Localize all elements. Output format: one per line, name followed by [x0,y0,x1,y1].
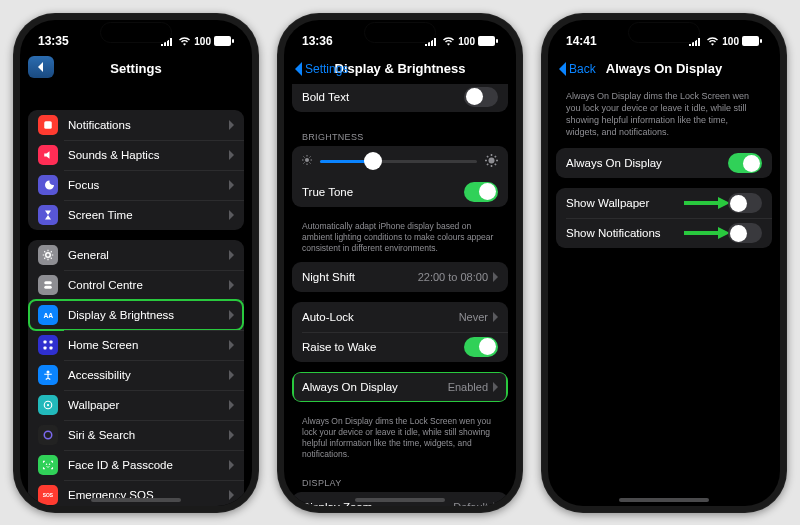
home-indicator[interactable] [91,498,181,502]
chevron-right-icon [228,250,234,260]
row-siri[interactable]: Siri & Search [28,420,244,450]
page-title: Display & Brightness [335,61,466,76]
svg-point-24 [305,158,309,162]
row-show-notifications[interactable]: Show Notifications [556,218,772,248]
wallpaper-icon [38,395,58,415]
section-brightness: Brightness [292,122,508,146]
status-time: 14:41 [566,34,597,48]
settings-group-2: General Control Centre AA Display & Brig… [28,240,244,506]
page-title: Settings [110,61,161,76]
chevron-right-icon [492,312,498,322]
phone-settings: 13:35 100 Settings Notifications [13,13,259,513]
svg-rect-4 [44,281,52,284]
row-true-tone[interactable]: True Tone [292,177,508,207]
back-button[interactable]: Back [558,62,596,76]
toggle-raise-to-wake[interactable] [464,337,498,357]
svg-rect-26 [742,36,759,46]
row-always-on-display[interactable]: Always On Display Enabled [292,372,508,402]
siri-icon [38,425,58,445]
chevron-right-icon [228,460,234,470]
toggle-show-wallpaper[interactable] [728,193,762,213]
toggle-aod[interactable] [728,153,762,173]
sun-small-icon [302,155,312,167]
notifications-icon [38,115,58,135]
nav-bar: Back Always On Display [548,54,780,84]
arrow-annotation-icon [684,198,730,208]
row-wallpaper[interactable]: Wallpaper [28,390,244,420]
chevron-right-icon [228,180,234,190]
svg-rect-7 [44,340,47,343]
chevron-right-icon [228,340,234,350]
textsize-icon: AA [38,305,58,325]
toggle-true-tone[interactable] [464,182,498,202]
section-display: Display [292,468,508,492]
chevron-right-icon [228,150,234,160]
dynamic-island [100,22,172,43]
row-bold-text[interactable]: Bold Text [292,84,508,112]
svg-rect-5 [44,285,52,288]
row-general[interactable]: General [28,240,244,270]
svg-rect-9 [44,346,47,349]
status-time: 13:35 [38,34,69,48]
toggle-bold-text[interactable] [464,87,498,107]
brightness-slider[interactable] [292,146,508,177]
sun-large-icon [485,154,498,169]
dynamic-island [628,22,700,43]
row-display-brightness[interactable]: AA Display & Brightness [28,300,244,330]
svg-rect-8 [50,340,53,343]
aod-description: Always On Display dims the Lock Screen w… [556,84,772,149]
slider-knob[interactable] [364,152,382,170]
chevron-right-icon [228,210,234,220]
chevron-right-icon [492,502,498,506]
row-controlcentre[interactable]: Control Centre [28,270,244,300]
row-sounds[interactable]: Sounds & Haptics [28,140,244,170]
arrow-annotation-icon [684,228,730,238]
row-auto-lock[interactable]: Auto-Lock Never [292,302,508,332]
group-nightshift: Night Shift 22:00 to 08:00 [292,262,508,292]
grid-icon [38,335,58,355]
aod-note: Always On Display dims the Lock Screen w… [292,412,508,468]
hourglass-icon [38,205,58,225]
svg-point-15 [46,463,48,465]
row-aod-toggle[interactable]: Always On Display [556,148,772,178]
svg-point-3 [46,252,51,257]
toggle-show-notifications[interactable] [728,223,762,243]
row-focus[interactable]: Focus [28,170,244,200]
svg-text:SOS: SOS [43,493,54,498]
svg-rect-27 [760,39,762,43]
row-homescreen[interactable]: Home Screen [28,330,244,360]
row-sos[interactable]: SOS Emergency SOS [28,480,244,506]
row-raise-to-wake[interactable]: Raise to Wake [292,332,508,362]
chevron-right-icon [492,382,498,392]
svg-rect-23 [496,39,498,43]
home-indicator[interactable] [619,498,709,502]
back-button[interactable]: Settings [294,62,348,76]
sliders-icon [38,275,58,295]
status-right: 100 [689,36,762,47]
row-faceid[interactable]: Face ID & Passcode [28,450,244,480]
row-accessibility[interactable]: Accessibility [28,360,244,390]
chevron-right-icon [228,400,234,410]
svg-point-13 [47,403,49,405]
group-aod: Always On Display Enabled [292,372,508,402]
faceid-icon [38,455,58,475]
page-title: Always On Display [606,61,722,76]
home-indicator[interactable] [355,498,445,502]
status-right: 100 [425,36,498,47]
svg-point-25 [489,157,495,163]
chevron-right-icon [228,280,234,290]
back-rect[interactable] [28,56,54,78]
row-notifications[interactable]: Notifications [28,110,244,140]
chevron-right-icon [228,430,234,440]
status-time: 13:36 [302,34,333,48]
svg-rect-10 [50,346,53,349]
svg-rect-1 [232,39,234,43]
row-show-wallpaper[interactable]: Show Wallpaper [556,188,772,218]
row-screentime[interactable]: Screen Time [28,200,244,230]
group-aod-master: Always On Display [556,148,772,178]
chevron-right-icon [228,370,234,380]
slider-track[interactable] [320,160,477,163]
gear-icon [38,245,58,265]
group-autolock: Auto-Lock Never Raise to Wake [292,302,508,362]
row-night-shift[interactable]: Night Shift 22:00 to 08:00 [292,262,508,292]
